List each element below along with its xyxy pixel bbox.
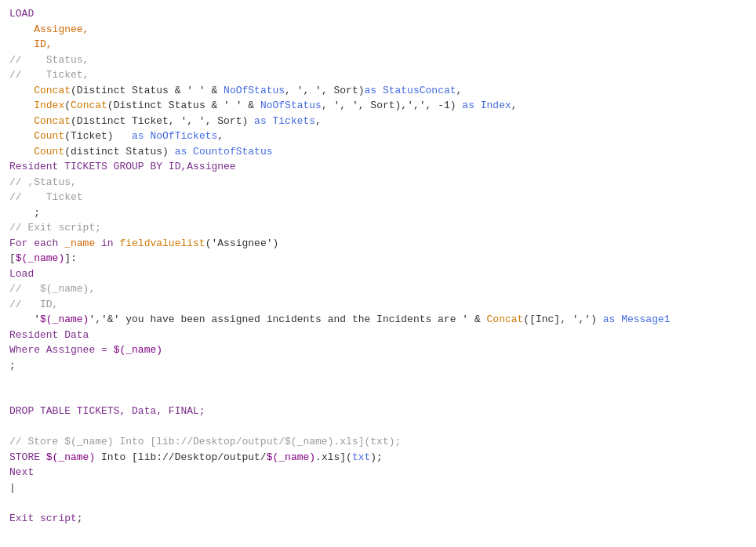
code-line: Load [9, 266, 747, 282]
code-line: // Ticket, [9, 67, 747, 83]
code-token [9, 115, 34, 127]
code-token: , [89, 283, 95, 295]
code-token: ); [370, 451, 383, 463]
code-token: ID, [9, 38, 53, 50]
code-token: Count [34, 146, 64, 158]
code-line: Where Assignee = $(_name) [9, 342, 747, 358]
code-token: in [95, 237, 119, 249]
code-token: (Distinct Status & ' ' & [71, 85, 224, 96]
code-token: , ', ', Sort) [285, 85, 364, 96]
code-token: ','&' you have been assigned incidents a… [89, 313, 486, 325]
code-token: , [217, 130, 224, 142]
code-line: Index(Concat(Distinct Status & ' ' & NoO… [9, 98, 747, 114]
code-token [9, 130, 34, 142]
code-token [9, 85, 34, 96]
code-token: , [456, 85, 463, 96]
code-token: Concat [34, 85, 71, 96]
code-line: Count(Ticket) as NoOfTickets, [9, 129, 747, 144]
code-token: ' [9, 313, 40, 325]
code-token: Exit script [9, 513, 77, 524]
code-line [9, 495, 747, 511]
code-token: LOAD [9, 8, 34, 20]
code-line [9, 373, 747, 389]
code-token: Resident TICKETS GROUP BY ID,Assignee [9, 161, 236, 172]
code-token: , -1) [426, 100, 463, 111]
code-token: // Ticket, [9, 69, 89, 81]
code-token: $(_name) [267, 451, 315, 463]
code-token: as StatusConcat [365, 85, 456, 96]
code-token: Concat [34, 115, 71, 127]
code-token: (Distinct Status & ' ' & [107, 100, 260, 111]
code-token: fieldvaluelist [119, 237, 205, 249]
code-line [9, 419, 747, 435]
code-token: // Status, [9, 54, 89, 66]
code-token: $(_name) [16, 252, 64, 264]
code-token: Into [lib://Desktop/output/ [95, 451, 266, 463]
code-line: // Exit script; [9, 220, 747, 236]
code-token: For each [9, 237, 64, 249]
code-token: ; [9, 207, 40, 219]
code-token: // ,Status, [9, 176, 77, 188]
code-line: ID, [9, 37, 747, 53]
code-token: // [9, 283, 40, 295]
code-token: $(_name) [40, 313, 89, 325]
code-line: STORE $(_name) Into [lib://Desktop/outpu… [9, 450, 747, 465]
code-token: Concat [71, 100, 107, 111]
code-token: Index [34, 100, 64, 111]
code-line: [$(_name)]: [9, 251, 747, 266]
code-token: [ [9, 252, 16, 264]
code-token: (distinct Status) [64, 146, 174, 158]
code-line [9, 389, 747, 404]
code-token: $(_name) [46, 451, 95, 463]
code-line: ; [9, 205, 747, 221]
code-line: Concat(Distinct Status & ' ' & NoOfStatu… [9, 83, 747, 99]
code-token: DROP TABLE TICKETS, Data, FINAL; [9, 405, 205, 417]
code-token [9, 146, 34, 158]
code-editor: LOAD Assignee, ID,// Status,// Ticket, C… [0, 0, 756, 547]
code-line: Concat(Distinct Ticket, ', ', Sort) as T… [9, 114, 747, 129]
code-token: // Exit script; [9, 222, 101, 234]
code-line: // ,Status, [9, 175, 747, 190]
code-token: , [315, 115, 322, 127]
code-token: , ', ', Sort),',' [322, 100, 426, 111]
code-token: $(_name) [40, 283, 89, 295]
code-token: Assignee, [9, 24, 89, 35]
code-token: as Message1 [603, 313, 671, 325]
code-token: ; [77, 513, 83, 524]
code-token: ]: [64, 252, 77, 264]
code-token: Where Assignee = [9, 344, 114, 356]
code-token: Next [9, 466, 34, 478]
code-token: as NoOfTickets [132, 130, 217, 142]
code-token: STORE [9, 451, 46, 463]
code-token: $(_name) [114, 344, 162, 356]
code-token: ( [64, 100, 71, 111]
code-line: // Ticket [9, 190, 747, 205]
code-line: '$(_name)','&' you have been assigned in… [9, 312, 747, 328]
code-token: // Ticket [9, 191, 83, 203]
code-line: For each _name in fieldvaluelist('Assign… [9, 236, 747, 252]
code-line: Next [9, 465, 747, 480]
code-line: Exit script; [9, 511, 747, 527]
code-token: as Index [462, 100, 511, 111]
code-line: // ID, [9, 297, 747, 313]
code-line: DROP TABLE TICKETS, Data, FINAL; [9, 404, 747, 419]
code-token: NoOfStatus [224, 85, 285, 96]
code-line: LOAD [9, 6, 747, 22]
code-token: , [511, 100, 518, 111]
code-token: as CountofStatus [175, 146, 273, 158]
code-line: // Status, [9, 53, 747, 68]
code-line: Resident Data [9, 328, 747, 343]
code-token: (Ticket) [64, 130, 132, 142]
code-token: ; [9, 360, 16, 371]
code-token: (Distinct Ticket, ', ', Sort) [71, 115, 254, 127]
code-line: Assignee, [9, 22, 747, 38]
code-token: Concat [487, 313, 524, 325]
code-line: ; [9, 358, 747, 374]
code-token: // ID, [9, 299, 58, 310]
code-line: | [9, 480, 747, 496]
code-token: // Store $(_name) Into [lib://Desktop/ou… [9, 436, 401, 447]
code-token: Count [34, 130, 64, 142]
code-token: Resident Data [9, 329, 89, 341]
code-line: // Store $(_name) Into [lib://Desktop/ou… [9, 434, 747, 450]
code-line: Count(distinct Status) as CountofStatus [9, 144, 747, 160]
